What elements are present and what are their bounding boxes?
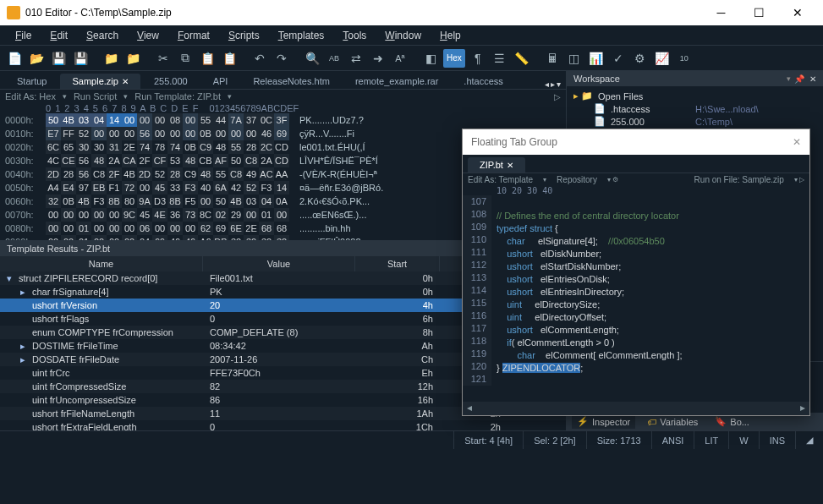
col-start[interactable]: Start (355, 256, 440, 271)
document-tab[interactable]: .htaccess (452, 74, 514, 89)
close-button[interactable]: ✕ (778, 0, 816, 25)
menu-window[interactable]: Window (376, 28, 430, 43)
align-icon[interactable]: ¶ (469, 49, 487, 68)
folder-icon[interactable]: 📁 (123, 49, 142, 68)
save-icon[interactable]: 💾 (49, 49, 68, 68)
bars-icon[interactable]: ☰ (491, 49, 509, 68)
redo-icon[interactable]: ↷ (272, 49, 291, 68)
document-tab[interactable]: remote_example.rar (343, 74, 450, 89)
code-line[interactable]: ushort elDiskNumber; (497, 248, 809, 260)
calc-icon[interactable]: 🖩 (543, 49, 562, 68)
tab-close-icon[interactable]: ✕ (122, 77, 129, 86)
scroll-left-icon[interactable]: ◂ (463, 402, 476, 415)
scroll-right-icon[interactable]: ▸ (796, 402, 809, 415)
menu-format[interactable]: Format (169, 28, 218, 43)
paste-icon[interactable]: 📋 (198, 49, 217, 68)
font-icon[interactable]: Aª (391, 49, 409, 68)
code-line[interactable]: } ZIPENDLOCATOR; (497, 362, 809, 375)
document-tab[interactable]: 255.000 (142, 74, 200, 89)
undo-icon[interactable]: ↶ (250, 49, 269, 68)
tab-variables[interactable]: 🏷Variables (642, 414, 703, 429)
run-script-label[interactable]: Run Script (74, 91, 117, 101)
pin-icon[interactable]: 📌 (794, 74, 804, 84)
copy-icon[interactable]: ⧉ (176, 49, 195, 68)
toggle-icon[interactable]: 10 (675, 49, 694, 68)
cut-icon[interactable]: ✂ (154, 49, 173, 68)
panel-close-icon[interactable]: ✕ (809, 74, 816, 84)
floating-hscrollbar[interactable]: ◂ ▸ (463, 402, 809, 415)
open-icon[interactable]: 📂 (27, 49, 46, 68)
menu-help[interactable]: Help (431, 28, 469, 43)
code-line[interactable]: ushort elCommentLength; (497, 324, 809, 337)
chart-icon[interactable]: 📈 (653, 49, 672, 68)
highlight-icon[interactable]: ◧ (421, 49, 440, 68)
float-run-on[interactable]: Run on File: Sample.zip (694, 175, 784, 184)
code-line[interactable]: if( elCommentLength > 0 ) (497, 337, 809, 349)
code-line[interactable]: char elSignature[4]; //0x06054b50 (497, 235, 809, 248)
status-ins[interactable]: INS (759, 431, 795, 449)
code-editor[interactable]: 1071081091101111121131141151161171181191… (463, 195, 809, 402)
hex-row[interactable]: 0000h:504B030414000000080055447A370C3FPK… (0, 113, 566, 127)
menu-templates[interactable]: Templates (270, 28, 333, 43)
compare-icon[interactable]: ◫ (565, 49, 584, 68)
minimize-button[interactable]: ─ (702, 0, 740, 25)
document-tab[interactable]: Startup (5, 74, 58, 89)
floating-tab[interactable]: ZIP.bt✕ (468, 157, 525, 173)
hex-mode-button[interactable]: Hex (443, 49, 465, 68)
scroll-right-icon[interactable]: ▸ (551, 79, 555, 89)
floating-titlebar[interactable]: Floating Tab Group ✕ (463, 129, 809, 155)
open-folder-icon[interactable]: 📁 (102, 49, 120, 68)
check-icon[interactable]: ✓ (609, 49, 628, 68)
find-icon[interactable]: 🔍 (303, 49, 321, 68)
paste2-icon[interactable]: 📋 (220, 49, 239, 68)
document-tab[interactable]: ReleaseNotes.htm (241, 74, 342, 89)
template-result-row[interactable]: ushort frExtraFieldLength01Ch2h (0, 420, 566, 430)
col-name[interactable]: Name (0, 256, 203, 271)
open-files-tree[interactable]: ▸ 📁Open Files 📄.htaccessH:\Swe...nload\ … (567, 86, 823, 131)
save-all-icon[interactable]: 💾 (71, 49, 90, 68)
menu-edit[interactable]: Edit (41, 28, 76, 43)
tab-inspector[interactable]: ⚡Inspector (572, 414, 635, 429)
run-play-icon[interactable]: ▷ (554, 92, 561, 101)
menu-file[interactable]: File (7, 28, 40, 43)
float-repository[interactable]: Repository (557, 175, 597, 184)
hist-icon[interactable]: 📊 (587, 49, 606, 68)
status-ansi[interactable]: ANSI (651, 431, 694, 449)
replace-icon[interactable]: ⇄ (347, 49, 365, 68)
ops-icon[interactable]: ⚙ (631, 49, 650, 68)
document-tab[interactable]: API (201, 74, 240, 89)
run-template-label[interactable]: Run Template: ZIP.bt (134, 91, 221, 101)
col-value[interactable]: Value (203, 256, 355, 271)
code-line[interactable] (497, 375, 809, 387)
code-line[interactable]: uint elDirectorySize; (497, 299, 809, 311)
scroll-left-icon[interactable]: ◂ (545, 79, 549, 89)
ruler-icon[interactable]: 📏 (513, 49, 531, 68)
new-icon[interactable]: 📄 (5, 49, 24, 68)
goto-icon[interactable]: ➜ (369, 49, 387, 68)
open-file-row[interactable]: 📄.htaccessH:\Swe...nload\ (573, 102, 816, 115)
code-line[interactable]: // Defines the end of central directory … (497, 210, 809, 222)
menu-view[interactable]: View (129, 28, 167, 43)
menu-search[interactable]: Search (78, 28, 127, 43)
code-line[interactable]: ushort elEntriesOnDisk; (497, 273, 809, 286)
status-lit[interactable]: LIT (694, 431, 728, 449)
code-line[interactable] (497, 197, 809, 210)
menu-scripts[interactable]: Scripts (220, 28, 268, 43)
floating-tab-group-window[interactable]: Floating Tab Group ✕ ZIP.bt✕ Edit As: Te… (462, 129, 810, 416)
tab-close-icon[interactable]: ✕ (507, 161, 513, 170)
status-w[interactable]: W (728, 431, 758, 449)
tab-bookmarks[interactable]: 🔖Bo... (710, 414, 754, 429)
code-line[interactable]: uint elDirectoryOffset; (497, 311, 809, 324)
float-edit-as[interactable]: Edit As: Template (468, 175, 533, 184)
edit-as-label[interactable]: Edit As: Hex (5, 91, 56, 101)
document-tab[interactable]: Sample.zip✕ (60, 74, 140, 89)
menu-tools[interactable]: Tools (334, 28, 375, 43)
open-file-row[interactable]: 📄255.000C:\Temp\ (573, 115, 816, 128)
floating-close-icon[interactable]: ✕ (793, 136, 801, 148)
code-line[interactable]: ushort elEntriesInDirectory; (497, 286, 809, 299)
resize-grip-icon[interactable]: ◢ (795, 431, 823, 449)
dropdown-icon[interactable]: ▾ (557, 79, 561, 89)
code-line[interactable]: typedef struct { (497, 222, 809, 235)
find-ab-icon[interactable]: AB (325, 49, 343, 68)
maximize-button[interactable]: ☐ (740, 0, 778, 25)
